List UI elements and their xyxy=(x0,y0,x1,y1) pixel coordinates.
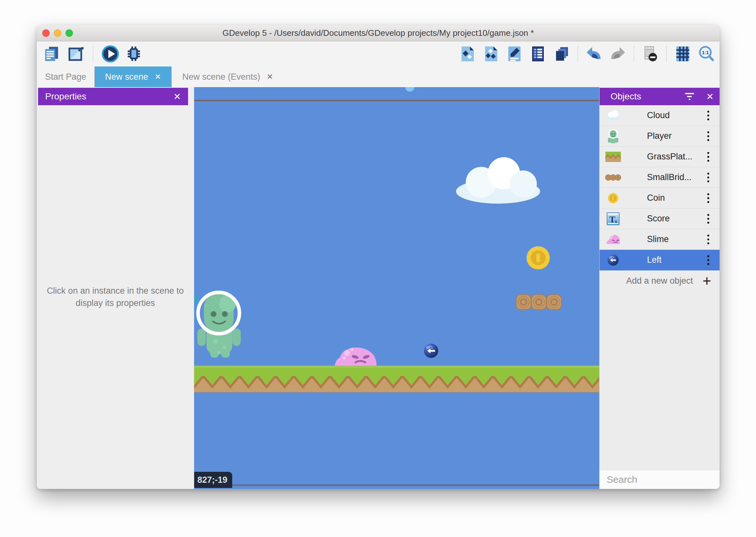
preview-play-icon[interactable] xyxy=(101,45,120,63)
more-options-icon[interactable] xyxy=(705,253,711,267)
cloud-icon xyxy=(605,107,622,124)
object-row-left[interactable]: Left xyxy=(600,250,720,270)
close-tab-icon[interactable]: ✕ xyxy=(267,73,273,81)
scene-sky xyxy=(194,87,599,489)
zoom-ratio-label: 1:1 xyxy=(702,50,709,55)
object-row-score[interactable]: T x Score xyxy=(600,208,720,229)
object-label: Coin xyxy=(647,193,665,203)
edit-scene-icon[interactable] xyxy=(505,45,524,63)
editor-tabs: Start Page New scene ✕ New scene (Events… xyxy=(37,66,720,87)
zoom-window-button[interactable] xyxy=(65,29,73,37)
objects-groups-icon[interactable] xyxy=(481,45,500,63)
layers-icon[interactable] xyxy=(552,45,571,63)
more-options-icon[interactable] xyxy=(705,212,711,226)
left-instance[interactable] xyxy=(424,344,438,358)
window-title: GDevelop 5 - /Users/david/Documents/GDev… xyxy=(223,28,534,38)
cursor-coordinates-badge: 827;-19 xyxy=(194,472,232,488)
more-options-icon[interactable] xyxy=(705,129,711,143)
object-label: Left xyxy=(647,255,662,265)
properties-panel: Properties ✕ Click on an instance in the… xyxy=(37,87,194,489)
add-new-object-label: Add a new object xyxy=(626,276,693,286)
object-label: Player xyxy=(647,131,672,141)
scene-canvas[interactable]: 827;-19 xyxy=(194,87,599,489)
objects-panel-title: Objects xyxy=(611,91,641,102)
object-row-cloud[interactable]: Cloud xyxy=(600,105,720,126)
tab-label: New scene xyxy=(105,72,148,82)
more-options-icon[interactable] xyxy=(705,150,711,164)
score-text-icon: T x xyxy=(605,210,622,227)
add-new-object-button[interactable]: Add a new object + xyxy=(600,272,720,290)
toggle-mask-icon[interactable] xyxy=(641,45,660,63)
close-window-button[interactable] xyxy=(42,29,50,37)
tab-start-page[interactable]: Start Page xyxy=(37,66,94,87)
more-options-icon[interactable] xyxy=(705,109,711,122)
scene-border-bottom xyxy=(194,484,599,486)
properties-hint-text: Click on an instance in the scene to dis… xyxy=(43,285,188,310)
slime-icon xyxy=(605,231,622,248)
properties-panel-title: Properties xyxy=(45,91,87,102)
properties-panel-header: Properties ✕ xyxy=(38,88,188,105)
toggle-grid-icon[interactable] xyxy=(673,45,692,63)
coin-instance[interactable] xyxy=(526,246,549,269)
tab-new-scene-events[interactable]: New scene (Events) ✕ xyxy=(171,66,284,87)
left-arrow-sphere-icon xyxy=(605,252,622,268)
title-bar[interactable]: GDevelop 5 - /Users/david/Documents/GDev… xyxy=(37,25,720,41)
add-object-icon[interactable] xyxy=(458,45,477,63)
scene-properties-icon[interactable] xyxy=(529,45,547,63)
object-row-smallbridge[interactable]: SmallBrid... xyxy=(600,167,720,188)
grass-platform-icon xyxy=(605,148,622,165)
traffic-lights xyxy=(42,29,73,37)
score-glyph-x: x xyxy=(615,219,617,224)
close-tab-icon[interactable]: ✕ xyxy=(155,73,161,81)
close-panel-icon[interactable]: ✕ xyxy=(173,91,181,102)
close-panel-icon[interactable]: ✕ xyxy=(706,91,714,102)
small-bridge-instance[interactable] xyxy=(516,295,561,310)
small-bridge-icon xyxy=(605,169,622,186)
more-options-icon[interactable] xyxy=(705,191,711,205)
object-label: GrassPlat... xyxy=(647,152,693,162)
start-page-icon[interactable] xyxy=(66,45,85,63)
objects-panel: Objects ✕ Cloud xyxy=(599,87,720,489)
object-row-grassplatform[interactable]: GrassPlat... xyxy=(600,146,720,167)
filter-icon[interactable] xyxy=(685,93,694,100)
tab-new-scene[interactable]: New scene ✕ xyxy=(94,66,171,87)
object-label: Slime xyxy=(647,234,669,244)
zoom-one-to-one-icon[interactable]: 1:1 xyxy=(697,45,716,63)
objects-panel-header: Objects ✕ xyxy=(600,88,720,105)
project-manager-icon[interactable] xyxy=(42,45,61,63)
main-toolbar: 1:1 xyxy=(37,41,720,66)
object-row-coin[interactable]: Coin xyxy=(600,188,720,208)
object-label: Cloud xyxy=(647,110,670,120)
plus-icon: + xyxy=(702,273,711,288)
object-label: Score xyxy=(647,214,670,224)
object-label: SmallBrid... xyxy=(647,172,692,182)
more-options-icon[interactable] xyxy=(705,171,711,184)
coin-icon xyxy=(605,190,622,207)
tab-label: Start Page xyxy=(45,72,87,82)
player-icon xyxy=(605,128,622,145)
scene-border-top xyxy=(194,100,599,101)
debug-icon[interactable] xyxy=(126,45,144,63)
object-row-slime[interactable]: Slime xyxy=(600,229,720,250)
objects-search-input[interactable] xyxy=(607,474,720,485)
redo-icon[interactable] xyxy=(608,45,627,63)
more-options-icon[interactable] xyxy=(705,233,711,246)
grass-platform-instance[interactable] xyxy=(194,366,599,392)
object-row-player[interactable]: Player xyxy=(600,126,720,146)
minimize-window-button[interactable] xyxy=(54,29,61,37)
objects-search-box xyxy=(600,470,720,489)
tab-label: New scene (Events) xyxy=(182,72,260,82)
undo-icon[interactable] xyxy=(585,45,603,63)
gdevelop-window: GDevelop 5 - /Users/david/Documents/GDev… xyxy=(37,25,720,489)
